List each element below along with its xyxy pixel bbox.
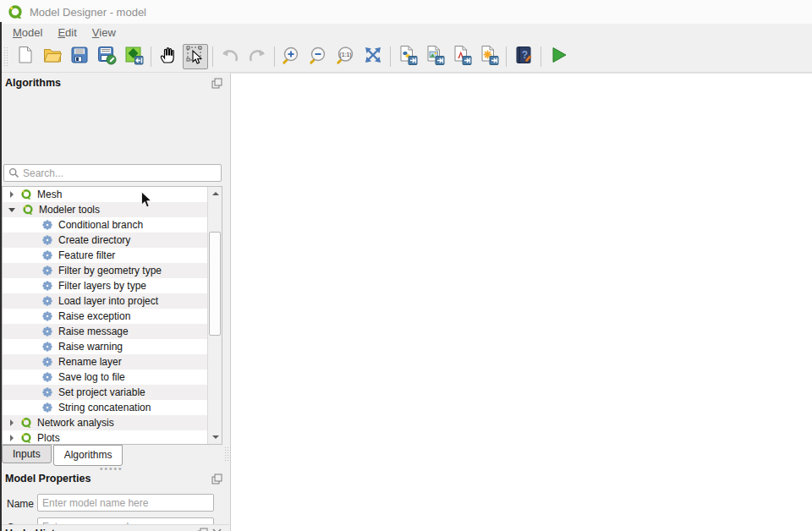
menu-bar: ModelEditView	[0, 24, 812, 41]
save-model-icon	[69, 45, 90, 68]
tree-item-label: Modeler tools	[39, 204, 100, 216]
select-icon	[185, 45, 206, 68]
export-python-button[interactable]	[395, 44, 420, 69]
qgis-logo-icon	[8, 4, 23, 19]
tree-item-label: Rename layer	[58, 356, 122, 368]
tree-item-raise-message[interactable]: Raise message	[3, 324, 222, 339]
algorithm-gear-icon	[41, 249, 53, 261]
tree-item-network-analysis[interactable]: Network analysis	[3, 415, 222, 430]
tree-item-label: Feature filter	[58, 249, 115, 261]
undo-history-title: Undo History	[5, 528, 71, 531]
help-button[interactable]: ?	[511, 44, 536, 69]
tree-item-label: Raise message	[58, 326, 129, 337]
toolbar-drag-handle[interactable]	[3, 47, 8, 67]
algorithm-gear-icon	[41, 356, 53, 368]
save-model-in-project-button[interactable]	[121, 44, 146, 69]
tree-item-raise-exception[interactable]: Raise exception	[3, 309, 222, 324]
expand-arrow-icon[interactable]	[10, 419, 14, 426]
undo-icon	[220, 45, 240, 68]
dock-tab-algorithms[interactable]: Algorithms	[53, 445, 123, 466]
model-canvas[interactable]	[230, 73, 812, 531]
search-icon	[8, 167, 19, 178]
help-icon: ?	[513, 45, 534, 68]
scrollbar-up-button[interactable]	[208, 187, 222, 200]
tree-item-load-layer-into-project[interactable]: Load layer into project	[3, 293, 222, 309]
tree-item-label: Network analysis	[37, 417, 114, 429]
zoom-actual-button[interactable]: (1:1)	[333, 44, 359, 69]
algorithm-gear-icon	[41, 386, 53, 398]
pan-button[interactable]	[156, 44, 181, 69]
scrollbar-thumb[interactable]	[209, 232, 221, 336]
export-image-button[interactable]	[422, 44, 447, 69]
tree-item-save-log-to-file[interactable]: Save log to file	[3, 370, 222, 385]
toolbar-separator	[274, 47, 275, 67]
float-panel-icon[interactable]	[197, 528, 208, 531]
tree-item-string-concatenation[interactable]: String concatenation	[3, 400, 222, 415]
tree-scrollbar[interactable]	[207, 187, 222, 444]
redo-icon	[247, 45, 267, 68]
algorithms-panel: Algorithms MeshModeler toolsConditional …	[0, 73, 229, 531]
run-icon	[548, 45, 568, 68]
algorithm-gear-icon	[41, 371, 53, 383]
tree-item-rename-layer[interactable]: Rename layer	[3, 354, 222, 370]
open-model-icon	[42, 45, 63, 68]
model-properties-title: Model Properties	[5, 473, 91, 484]
model-name-input[interactable]	[37, 494, 214, 512]
svg-text:(1:1): (1:1)	[339, 52, 351, 58]
export-svg-button[interactable]	[476, 44, 502, 69]
float-panel-icon[interactable]	[211, 474, 222, 484]
tree-item-label: String concatenation	[58, 402, 151, 413]
toolbar-separator	[212, 47, 213, 67]
open-model-button[interactable]	[40, 44, 65, 69]
run-button[interactable]	[546, 44, 571, 69]
save-model-as-button[interactable]	[94, 44, 119, 69]
toolbar: (1:1)?	[0, 41, 812, 73]
scrollbar-down-button[interactable]	[208, 430, 222, 444]
tree-item-modeler-tools[interactable]: Modeler tools	[3, 202, 222, 217]
menu-model[interactable]: Model	[5, 25, 50, 41]
splitter-grip-vertical[interactable]	[224, 446, 228, 462]
new-model-button[interactable]	[13, 44, 38, 69]
tree-item-mesh[interactable]: Mesh	[3, 187, 222, 202]
toolbar-separator	[151, 47, 151, 67]
save-model-button[interactable]	[67, 44, 92, 69]
save-model-in-project-icon	[123, 45, 144, 68]
search-input[interactable]	[23, 167, 221, 179]
tree-item-filter-layers-by-type[interactable]: Filter layers by type	[3, 278, 222, 293]
algorithm-gear-icon	[41, 402, 53, 413]
toolbar-separator	[506, 47, 507, 67]
tree-item-conditional-branch[interactable]: Conditional branch	[3, 217, 222, 233]
algorithm-gear-icon	[41, 310, 53, 322]
tree-item-filter-by-geometry-type[interactable]: Filter by geometry type	[3, 263, 222, 278]
algorithm-gear-icon	[41, 295, 53, 307]
expand-arrow-icon[interactable]	[10, 435, 14, 441]
zoom-full-icon	[363, 45, 383, 68]
zoom-out-icon	[309, 45, 329, 68]
tree-item-feature-filter[interactable]: Feature filter	[3, 248, 222, 263]
algorithm-gear-icon	[41, 341, 53, 353]
tree-item-set-project-variable[interactable]: Set project variable	[3, 385, 222, 400]
select-button[interactable]	[183, 44, 208, 69]
tree-item-raise-warning[interactable]: Raise warning	[3, 339, 222, 354]
algorithms-panel-header: Algorithms	[0, 74, 229, 91]
menu-view[interactable]: View	[85, 25, 123, 41]
undo-history-panel-header: Undo History	[0, 524, 229, 531]
algorithm-tree: MeshModeler toolsConditional branchCreat…	[2, 186, 222, 445]
zoom-full-button[interactable]	[360, 44, 386, 69]
collapse-arrow-icon[interactable]	[8, 208, 15, 212]
close-panel-icon[interactable]	[211, 528, 222, 531]
algorithm-gear-icon	[41, 326, 53, 337]
tree-item-label: Set project variable	[58, 386, 145, 398]
tree-item-plots[interactable]: Plots	[3, 430, 222, 445]
algorithm-gear-icon	[41, 280, 53, 292]
dock-tab-inputs[interactable]: Inputs	[2, 445, 52, 463]
tree-item-create-directory[interactable]: Create directory	[3, 233, 222, 248]
algorithm-search-box[interactable]	[3, 164, 222, 182]
float-panel-icon[interactable]	[211, 78, 222, 89]
zoom-in-button[interactable]	[279, 44, 304, 69]
zoom-out-button[interactable]	[306, 44, 332, 69]
export-pdf-button[interactable]	[449, 44, 475, 69]
expand-arrow-icon[interactable]	[10, 191, 14, 198]
qgis-provider-icon	[22, 204, 34, 216]
menu-edit[interactable]: Edit	[50, 25, 84, 41]
